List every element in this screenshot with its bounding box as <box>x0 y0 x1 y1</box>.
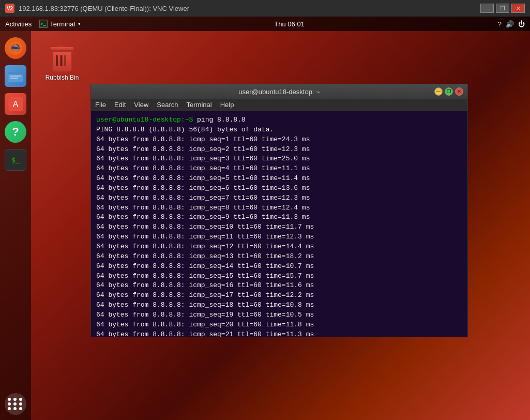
terminal-dock-icon: $_ <box>5 149 26 171</box>
terminal-titlebar: user@ubuntu18-desktop: ~ — ❐ ✕ <box>91 84 467 99</box>
terminal-content[interactable]: user@ubuntu18-desktop:~$ ping 8.8.8.8 PI… <box>91 111 467 337</box>
ping-line: 64 bytes from 8.8.8.8: icmp_seq=19 ttl=6… <box>96 310 462 320</box>
terminal-window-controls: — ❐ ✕ <box>434 87 463 96</box>
sidebar-item-firefox[interactable] <box>4 36 27 60</box>
sidebar-item-appstore[interactable]: A <box>4 92 27 116</box>
panel-power-icon[interactable]: ⏻ <box>518 20 525 28</box>
panel-help-icon[interactable]: ? <box>498 20 502 28</box>
ping-line: 64 bytes from 8.8.8.8: icmp_seq=8 ttl=60… <box>96 203 462 213</box>
terminal-maximize-button[interactable]: ❐ <box>445 87 453 96</box>
terminal-prompt-line: user@ubuntu18-desktop:~$ ping 8.8.8.8 <box>96 115 462 125</box>
ping-line: 64 bytes from 8.8.8.8: icmp_seq=2 ttl=60… <box>96 145 462 155</box>
ping-line: 64 bytes from 8.8.8.8: icmp_seq=1 ttl=60… <box>96 135 462 145</box>
terminal-command: ping 8.8.8.8 <box>193 116 245 124</box>
rubbish-bin-icon[interactable]: Rubbish Bin <box>41 45 83 81</box>
rubbish-bin-label: Rubbish Bin <box>46 74 79 81</box>
vnc-icon: V2 <box>5 4 14 13</box>
svg-rect-5 <box>10 76 21 77</box>
ping-output: 64 bytes from 8.8.8.8: icmp_seq=1 ttl=60… <box>96 135 462 337</box>
apps-grid <box>8 398 23 410</box>
ping-line: 64 bytes from 8.8.8.8: icmp_seq=5 ttl=60… <box>96 174 462 184</box>
vnc-minimize-button[interactable]: — <box>480 4 494 13</box>
ping-line: 64 bytes from 8.8.8.8: icmp_seq=6 ttl=60… <box>96 184 462 193</box>
firefox-icon <box>5 37 26 59</box>
ping-line: 64 bytes from 8.8.8.8: icmp_seq=10 ttl=6… <box>96 222 462 232</box>
sidebar-item-files[interactable] <box>4 64 27 88</box>
sidebar-item-help[interactable]: ? <box>4 120 27 144</box>
ping-line: 64 bytes from 8.8.8.8: icmp_seq=21 ttl=6… <box>96 330 462 337</box>
ping-line: 64 bytes from 8.8.8.8: icmp_seq=14 ttl=6… <box>96 262 462 272</box>
ubuntu-desktop: Activities Terminal ▾ Thu 06:01 ? 🔊 ⏻ <box>0 17 530 420</box>
sidebar-dock: A ? $_ <box>0 31 31 420</box>
vnc-titlebar: V2 192.168.1.83:32776 (QEMU (Cliente-Fin… <box>0 0 530 17</box>
ping-line: 64 bytes from 8.8.8.8: icmp_seq=20 ttl=6… <box>96 320 462 330</box>
terminal-close-button[interactable]: ✕ <box>455 87 463 96</box>
terminal-panel-icon <box>39 20 48 28</box>
vnc-maximize-button[interactable]: ❐ <box>496 4 509 13</box>
panel-clock[interactable]: Thu 06:01 <box>81 20 497 28</box>
svg-rect-6 <box>10 78 18 79</box>
ping-line: 64 bytes from 8.8.8.8: icmp_seq=7 ttl=60… <box>96 193 462 203</box>
terminal-menu-help[interactable]: Help <box>220 101 234 109</box>
terminal-menu-search[interactable]: Search <box>157 101 178 109</box>
sidebar-item-apps[interactable] <box>4 392 27 416</box>
ping-line: 64 bytes from 8.8.8.8: icmp_seq=11 ttl=6… <box>96 232 462 242</box>
vnc-title: 192.168.1.83:32776 (QEMU (Cliente-Final)… <box>19 5 480 12</box>
vnc-controls: — ❐ ✕ <box>480 4 525 13</box>
panel-speaker-icon: 🔊 <box>506 20 514 28</box>
appstore-icon: A <box>5 93 26 115</box>
terminal-window: user@ubuntu18-desktop: ~ — ❐ ✕ File Edit… <box>90 84 468 337</box>
panel-terminal-menu[interactable]: Terminal ▾ <box>39 20 81 28</box>
terminal-prompt: user@ubuntu18-desktop:~$ <box>96 116 193 124</box>
apps-icon <box>5 393 26 415</box>
svg-text:A: A <box>13 100 19 109</box>
ping-line: 64 bytes from 8.8.8.8: icmp_seq=13 ttl=6… <box>96 252 462 262</box>
terminal-minimize-button[interactable]: — <box>434 87 443 96</box>
files-icon <box>5 65 26 87</box>
sidebar-item-terminal[interactable]: $_ <box>4 148 27 172</box>
ping-line: 64 bytes from 8.8.8.8: icmp_seq=3 ttl=60… <box>96 154 462 164</box>
terminal-menu-terminal[interactable]: Terminal <box>187 101 212 109</box>
terminal-menu-view[interactable]: View <box>134 101 148 109</box>
ubuntu-panel: Activities Terminal ▾ Thu 06:01 ? 🔊 ⏻ <box>0 17 530 31</box>
panel-activities[interactable]: Activities <box>5 20 32 28</box>
terminal-menu-bar: File Edit View Search Terminal Help <box>91 99 467 111</box>
ping-line: 64 bytes from 8.8.8.8: icmp_seq=12 ttl=6… <box>96 242 462 252</box>
vnc-close-button[interactable]: ✕ <box>511 4 525 13</box>
ping-line: 64 bytes from 8.8.8.8: icmp_seq=4 ttl=60… <box>96 164 462 174</box>
ping-line: 64 bytes from 8.8.8.8: icmp_seq=15 ttl=6… <box>96 272 462 281</box>
ping-line: 64 bytes from 8.8.8.8: icmp_seq=9 ttl=60… <box>96 213 462 222</box>
panel-right-icons: ? 🔊 ⏻ <box>498 20 525 28</box>
help-icon: ? <box>5 121 26 143</box>
ping-header: PING 8.8.8.8 (8.8.8.8) 56(84) bytes of d… <box>96 125 462 135</box>
ping-line: 64 bytes from 8.8.8.8: icmp_seq=16 ttl=6… <box>96 281 462 291</box>
ping-line: 64 bytes from 8.8.8.8: icmp_seq=17 ttl=6… <box>96 291 462 301</box>
terminal-window-title: user@ubuntu18-desktop: ~ <box>95 88 463 96</box>
bin-graphic <box>50 45 74 72</box>
ping-line: 64 bytes from 8.8.8.8: icmp_seq=18 ttl=6… <box>96 301 462 310</box>
terminal-menu-file[interactable]: File <box>95 101 106 109</box>
terminal-menu-edit[interactable]: Edit <box>114 101 126 109</box>
